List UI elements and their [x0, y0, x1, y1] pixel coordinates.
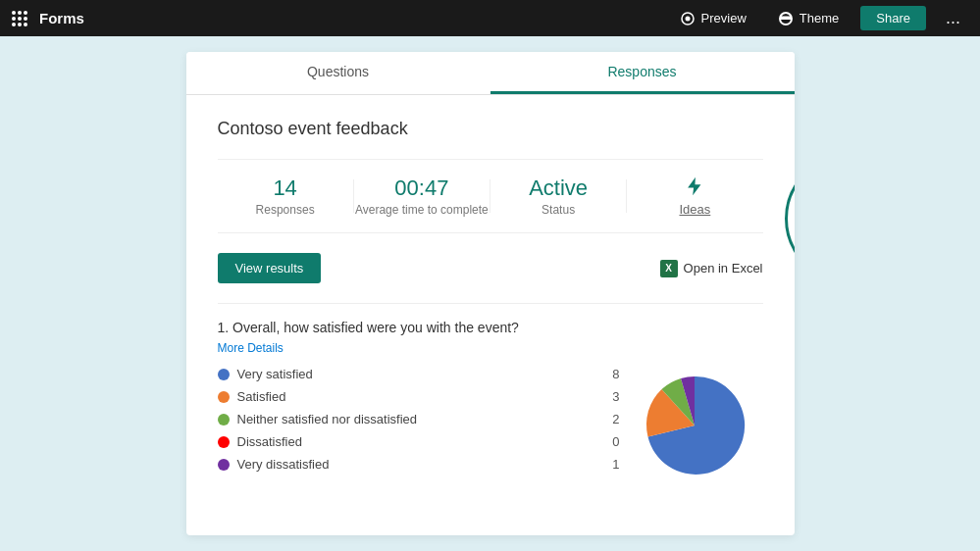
preview-button[interactable]: Preview	[670, 7, 756, 30]
stat-status: Active Status	[490, 175, 626, 217]
question-section: 1. Overall, how satisfied were you with …	[218, 303, 763, 484]
tab-questions[interactable]: Questions	[186, 52, 490, 94]
app-title: Forms	[39, 10, 84, 26]
list-item: Very satisfied 8	[218, 367, 620, 381]
view-results-button[interactable]: View results	[218, 253, 322, 283]
list-item: Very dissatisfied 1	[218, 457, 620, 472]
legend-dot-neutral	[218, 414, 230, 426]
preview-icon	[680, 11, 696, 26]
chart-legend: Very satisfied 8 Satisfied 3 Neither sat…	[218, 367, 620, 484]
app-header: Forms Preview Theme Share ...	[0, 0, 980, 36]
list-item: Neither satisfied nor dissatisfied 2	[218, 412, 620, 426]
pie-chart-svg	[641, 372, 758, 479]
more-details-link[interactable]: More Details	[218, 341, 763, 355]
tabs-bar: Questions Responses	[186, 52, 795, 95]
tab-responses[interactable]: Responses	[490, 52, 795, 94]
legend-dot-satisfied	[218, 391, 230, 403]
question-title: 1. Overall, how satisfied were you with …	[218, 320, 763, 335]
legend-dot-dissatisfied	[218, 436, 230, 448]
pie-chart	[636, 367, 763, 484]
open-excel-button[interactable]: X Open in Excel	[660, 260, 763, 277]
theme-button[interactable]: Theme	[768, 7, 849, 30]
stats-row: 14 Responses 00:47 Average time to compl…	[218, 159, 763, 233]
legend-dot-very-dissatisfied	[218, 459, 230, 471]
form-card: Questions Responses Contoso event feedba…	[186, 52, 795, 535]
legend-dot-very-satisfied	[218, 369, 230, 380]
main-area: Questions Responses Contoso event feedba…	[0, 36, 980, 551]
chart-area: Very satisfied 8 Satisfied 3 Neither sat…	[218, 367, 763, 484]
form-title: Contoso event feedback	[218, 119, 763, 139]
stat-ideas[interactable]: Ideas	[627, 175, 762, 217]
action-row: View results X Open in Excel	[218, 253, 763, 283]
bolt-icon-small	[684, 175, 705, 197]
list-item: Satisfied 3	[218, 389, 620, 404]
theme-icon	[778, 11, 794, 26]
stat-responses: 14 Responses	[218, 175, 353, 217]
svg-point-1	[685, 16, 690, 21]
apps-grid-icon[interactable]	[12, 11, 27, 26]
stat-avg-time: 00:47 Average time to complete	[354, 175, 490, 217]
more-options-button[interactable]: ...	[938, 4, 968, 32]
excel-icon: X	[660, 260, 678, 277]
list-item: Dissatisfied 0	[218, 434, 620, 449]
share-button[interactable]: Share	[860, 6, 926, 30]
form-body: Contoso event feedback 14 Responses 00:4…	[186, 95, 795, 500]
